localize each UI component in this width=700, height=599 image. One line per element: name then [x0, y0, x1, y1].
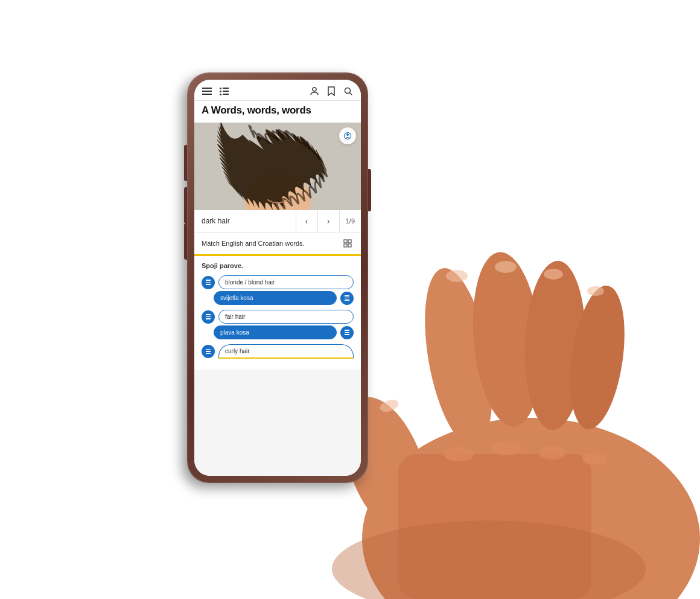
svg-rect-24	[344, 240, 347, 243]
handle-lines	[206, 280, 211, 285]
bar	[223, 94, 229, 95]
exercise-header: Match English and Croatian words.	[194, 232, 361, 256]
handle-line	[206, 353, 211, 354]
search-button[interactable]	[343, 86, 354, 97]
handle-lines	[345, 330, 349, 335]
bookmark-icon	[327, 86, 336, 96]
right-item-1: svijetla kosa	[202, 291, 354, 305]
handle-line	[345, 332, 349, 333]
drag-handle-3-left[interactable]	[202, 345, 215, 358]
english-term-1[interactable]: blonde / blond hair	[218, 275, 354, 289]
svg-rect-25	[348, 240, 351, 243]
english-term-3[interactable]: curly hair	[218, 344, 354, 359]
handle-line	[206, 349, 211, 350]
svg-rect-26	[344, 244, 347, 247]
card-counter: 1/9	[340, 217, 361, 225]
flashcard-image	[194, 123, 361, 210]
handle-lines	[206, 314, 211, 319]
phone: A Words, words, words	[187, 72, 368, 483]
english-term-2[interactable]: fair hair	[218, 310, 354, 324]
left-item-1: blonde / blond hair	[202, 275, 354, 289]
drag-handle-1-right[interactable]	[340, 292, 354, 305]
handle-line	[206, 280, 211, 281]
toolbar-left	[202, 86, 229, 97]
pair-group-3: curly hair	[202, 344, 354, 359]
scene: A Words, words, words	[0, 0, 700, 599]
dot	[220, 94, 221, 95]
drag-handle-2-left[interactable]	[202, 310, 215, 324]
bar	[223, 91, 229, 92]
pair-group-1: blonde / blond hair svijetla kosa	[202, 275, 354, 305]
toolbar	[194, 80, 361, 101]
search-icon	[343, 86, 353, 96]
hair-illustration	[194, 123, 361, 210]
handle-line	[345, 300, 349, 301]
bar	[223, 88, 229, 89]
svg-point-17	[313, 88, 316, 91]
handle-line	[345, 330, 349, 331]
left-item-2: fair hair	[202, 310, 354, 324]
handle-line	[206, 314, 211, 315]
svg-line-19	[350, 93, 352, 95]
card-label: dark hair	[194, 211, 296, 231]
exercise-instruction: Spoji parove.	[202, 262, 354, 269]
handle-line	[206, 282, 211, 283]
audio-icon	[343, 132, 352, 140]
profile-button[interactable]	[309, 86, 320, 97]
dot	[220, 88, 221, 89]
next-button[interactable]: ›	[318, 210, 340, 232]
handle-line	[206, 318, 211, 319]
svg-point-18	[345, 88, 351, 94]
croatian-term-2[interactable]: plava kosa	[214, 325, 337, 339]
exercise-section: Match English and Croatian words.	[194, 232, 361, 476]
drag-handle-2-right[interactable]	[340, 326, 354, 339]
handle-line	[206, 351, 211, 352]
handle-line	[345, 295, 349, 296]
nav-arrows: ‹ › 1/9	[296, 210, 361, 232]
handle-lines	[345, 295, 349, 301]
page-title: A Words, words, words	[202, 104, 354, 117]
phone-body: A Words, words, words	[187, 72, 368, 483]
handle-line	[345, 334, 349, 335]
hamburger-line-2	[202, 91, 212, 92]
phone-screen-container: A Words, words, words	[194, 80, 361, 476]
contents-button[interactable]	[218, 86, 229, 97]
svg-rect-27	[348, 244, 351, 247]
croatian-term-1[interactable]: svijetla kosa	[214, 291, 337, 305]
toolbar-right	[309, 86, 354, 97]
drag-handle-1-left[interactable]	[202, 276, 215, 289]
hamburger-line-1	[202, 88, 212, 89]
handle-lines	[206, 349, 211, 354]
page-title-bar: A Words, words, words	[194, 101, 361, 123]
handle-line	[206, 316, 211, 318]
handle-line	[206, 284, 211, 285]
exercise-title: Match English and Croatian words.	[202, 240, 305, 247]
exercise-content: Spoji parove.	[194, 256, 361, 370]
flashcard-image-area	[194, 123, 361, 210]
left-item-3: curly hair	[202, 344, 354, 359]
expand-icon	[343, 239, 352, 248]
handle-line	[345, 298, 349, 299]
flashcard-navigation: dark hair ‹ › 1/9	[194, 210, 361, 232]
prev-button[interactable]: ‹	[296, 210, 318, 232]
audio-button[interactable]	[339, 127, 356, 144]
expand-button[interactable]	[342, 237, 354, 249]
bookmark-button[interactable]	[326, 86, 337, 97]
dot	[220, 91, 221, 92]
hamburger-line-3	[202, 94, 212, 95]
hamburger-menu-button[interactable]	[202, 86, 212, 97]
person-icon	[310, 86, 319, 96]
svg-point-23	[346, 133, 349, 136]
pair-group-2: fair hair plava kosa	[202, 310, 354, 339]
app-screen: A Words, words, words	[194, 80, 361, 476]
right-item-2: plava kosa	[202, 325, 354, 339]
